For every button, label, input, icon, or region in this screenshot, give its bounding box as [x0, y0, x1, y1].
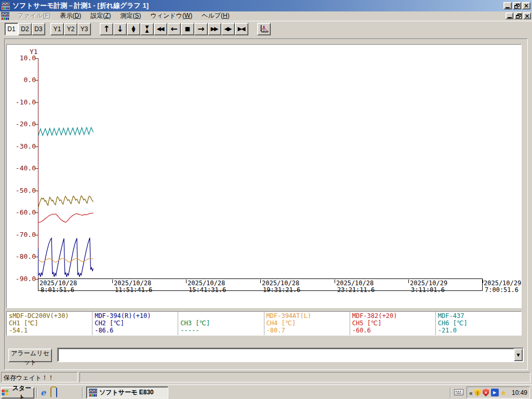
fast-forward-button[interactable]: ▶▶	[208, 23, 221, 35]
media-play-icon[interactable]: ▶	[491, 389, 499, 396]
chart-panel: Y110.00.0-10.0-20.0-30.0-40.0-50.0-60.0-…	[6, 44, 522, 308]
y-tick-label: -90.0	[13, 275, 36, 283]
quick-launch: e	[41, 387, 80, 398]
x-tick-label: 2025/10/2819:31:21.6	[262, 280, 300, 294]
minimize-icon	[508, 17, 512, 18]
chart-series-layer	[38, 58, 484, 280]
restore-icon	[516, 14, 521, 18]
x-tick-mark	[483, 280, 483, 283]
stop-button[interactable]: ■	[181, 23, 194, 35]
clock: 10:49	[512, 389, 527, 396]
compress-horizontal-button[interactable]: ▶◀	[235, 23, 248, 35]
legend-cell-ch6: MDF-437CH6 [℃]-21.0	[436, 312, 521, 335]
x-tick-label: 2025/10/2823:21:11.6	[336, 280, 375, 294]
scroll-up-button[interactable]: ↑	[100, 23, 113, 35]
legend-text: CH1 [℃]	[9, 320, 90, 327]
d2-display-button[interactable]: D2	[18, 23, 32, 35]
minimize-button[interactable]	[503, 2, 512, 9]
task-label: ソフトサーモ E830	[99, 388, 154, 397]
x-tick-mark	[38, 280, 38, 283]
step-right-button[interactable]: →	[194, 23, 208, 35]
legend-cell-ch1: sMDF-DC200V(+30)CH1 [℃]-54.1	[7, 312, 92, 335]
x-tick-mark	[112, 280, 113, 283]
close-button[interactable]: ×	[522, 2, 530, 9]
x-tick-mark	[408, 280, 409, 283]
y-tick-label: -30.0	[13, 142, 36, 150]
app-icon	[89, 389, 97, 397]
keyboard-icon[interactable]	[454, 389, 463, 395]
security-warning-shield-icon[interactable]: !	[474, 389, 481, 396]
taskbar-task-button[interactable]: ソフトサーモ E830	[86, 387, 168, 398]
mdi-close-button[interactable]: ×	[523, 12, 531, 19]
x-tick-label: 2025/10/288:01:51.6	[39, 280, 77, 294]
d3-display-button[interactable]: D3	[32, 23, 45, 35]
security-alert-shield-icon[interactable]: ×	[483, 389, 489, 396]
legend-cell-ch4: MDF-394AT(L)CH4 [℃]-80.7	[264, 312, 350, 335]
mdi-restore-button[interactable]	[514, 12, 522, 19]
favorites-star-icon[interactable]: ★	[500, 388, 507, 397]
legend-cell-ch3: CH3 [℃]-----	[178, 312, 264, 335]
legend-text: CH6 [℃]	[438, 320, 519, 327]
scroll-down-button[interactable]: ↓	[113, 23, 127, 35]
plot-area: Y110.00.0-10.0-20.0-30.0-40.0-50.0-60.0-…	[7, 45, 521, 308]
media-window-icon[interactable]	[56, 388, 57, 397]
document-icon[interactable]	[1, 12, 9, 20]
windows-flag-icon	[2, 390, 8, 396]
taskbar-divider	[82, 388, 83, 398]
legend-text: CH2 [℃]	[95, 320, 176, 327]
menu-item-6[interactable]: ヘルプ(H)	[197, 11, 234, 21]
alarm-combo[interactable]: ▼	[57, 348, 524, 362]
mdi-minimize-button[interactable]	[506, 12, 513, 19]
legend-text: -60.6	[352, 327, 433, 334]
y-tick-label: -10.0	[13, 98, 36, 106]
taskbar-divider	[36, 388, 37, 398]
close-icon: ×	[524, 3, 529, 8]
series-line-ch1	[38, 196, 94, 208]
alarm-reset-button[interactable]: アラームリセット	[8, 349, 52, 362]
y1-axis-button[interactable]: Y1	[50, 23, 64, 35]
collapse-chevrons-icon[interactable]: «	[469, 388, 473, 397]
compress-vertical-button[interactable]: ▼▲	[140, 23, 154, 35]
legend-text: sMDF-DC200V(+30)	[9, 312, 90, 320]
alarm-combo-value	[58, 349, 514, 361]
status-panel-right	[79, 372, 530, 382]
y-tick-label: -40.0	[13, 164, 36, 172]
x-tick-label: 2025/10/293:11:01.6	[410, 280, 447, 294]
start-button[interactable]: スタート	[1, 387, 34, 398]
restore-button[interactable]	[513, 2, 521, 9]
menu-item-2[interactable]: 表示(D)	[55, 11, 86, 21]
y-tick-label: -70.0	[13, 231, 36, 238]
title-bar: ソフトサーモ計測－計測1 - [折れ線グラフ 1] ×	[0, 0, 532, 11]
legend-text: -86.6	[95, 327, 176, 334]
expand-horizontal-button[interactable]: ◀▶	[221, 23, 235, 35]
step-left-button[interactable]: ←	[167, 23, 181, 35]
legend-text: -----	[180, 327, 261, 334]
menu-item-3[interactable]: 設定(Z)	[86, 11, 115, 21]
internet-explorer-icon[interactable]: e	[41, 388, 46, 397]
y3-axis-button[interactable]: Y3	[77, 23, 91, 35]
legend-cell-ch5: MDF-382(+20)CH5 [℃]-60.6	[350, 312, 436, 335]
show-desktop-icon[interactable]	[50, 388, 51, 397]
screen: ソフトサーモ計測－計測1 - [折れ線グラフ 1] × ファイル(F)表示(D)…	[0, 0, 532, 399]
d1-display-button[interactable]: D1	[5, 23, 18, 35]
taskbar: スタート e ソフトサーモ E830 «!×▶★10:49	[0, 384, 532, 399]
y-tick-label: -20.0	[13, 120, 36, 128]
menu-item-4[interactable]: 測定(S)	[115, 11, 145, 21]
series-line-ch4	[38, 259, 94, 262]
y-tick-label: -60.0	[13, 208, 36, 216]
legend-text: -21.0	[438, 327, 519, 334]
menu-item-1: ファイル(F)	[12, 11, 55, 21]
rewind-button[interactable]: ◀◀	[154, 23, 167, 35]
alarm-combo-open-button[interactable]: ▼	[514, 349, 523, 361]
legend-text: MDF-382(+20)	[352, 312, 433, 320]
series-line-ch2	[38, 238, 94, 277]
legend-text: CH5 [℃]	[352, 320, 433, 327]
legend-text: -80.7	[267, 327, 348, 334]
x-tick-label: 2025/10/297:00:51.6	[484, 280, 521, 294]
x-tick-mark	[186, 280, 187, 283]
menu-item-5[interactable]: ウィンドウ(W)	[146, 11, 197, 21]
graph-settings-button[interactable]	[257, 23, 271, 35]
expand-vertical-button[interactable]: ▲▼	[127, 23, 140, 35]
y2-axis-button[interactable]: Y2	[64, 23, 77, 35]
legend-text: MDF-437	[438, 312, 519, 320]
